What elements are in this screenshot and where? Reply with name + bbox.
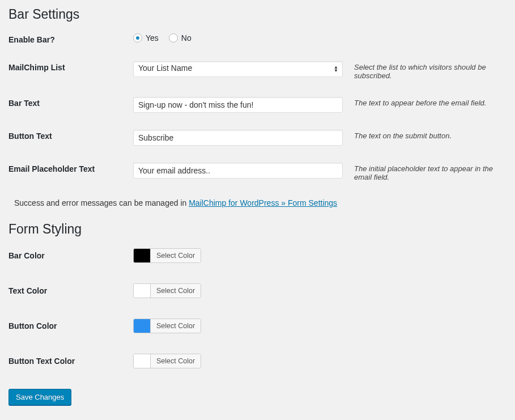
input-button-text[interactable] <box>133 130 343 146</box>
input-email-placeholder[interactable] <box>133 163 343 179</box>
help-bar-text: The text to appear before the email fiel… <box>354 97 486 107</box>
label-button-color: Button Color <box>8 321 133 330</box>
color-swatch <box>134 319 151 333</box>
save-button[interactable]: Save Changes <box>8 389 71 405</box>
label-button-text-color: Button Text Color <box>8 357 133 366</box>
input-bar-text[interactable] <box>133 97 343 113</box>
color-swatch <box>134 354 151 368</box>
select-color-button[interactable]: Select Color <box>151 354 201 368</box>
radio-icon <box>133 33 142 43</box>
select-color-button[interactable]: Select Color <box>151 284 201 298</box>
radio-label-no: No <box>181 33 191 43</box>
color-swatch <box>134 249 151 262</box>
label-enable-bar: Enable Bar? <box>8 33 133 44</box>
radio-enable-bar-yes[interactable]: Yes <box>133 33 159 43</box>
section-form-styling: Form Styling <box>8 222 507 237</box>
radio-icon <box>169 33 178 43</box>
select-color-button[interactable]: Select Color <box>151 319 201 333</box>
help-button-text: The text on the submit button. <box>354 130 452 140</box>
label-button-text: Button Text <box>8 130 133 141</box>
info-messages: Success and error messages can be manage… <box>14 198 507 207</box>
label-bar-color: Bar Color <box>8 251 133 260</box>
label-text-color: Text Color <box>8 286 133 295</box>
link-form-settings[interactable]: MailChimp for WordPress » Form Settings <box>189 198 337 207</box>
label-mailchimp-list: MailChimp List <box>8 61 133 72</box>
label-bar-text: Bar Text <box>8 97 133 108</box>
color-picker-bar[interactable]: Select Color <box>133 248 201 263</box>
help-email-placeholder: The initial placeholder text to appear i… <box>354 163 507 181</box>
color-picker-button-text[interactable]: Select Color <box>133 354 201 368</box>
color-picker-button[interactable]: Select Color <box>133 319 201 333</box>
info-prefix: Success and error messages can be manage… <box>14 198 189 207</box>
label-email-placeholder: Email Placeholder Text <box>8 163 133 173</box>
help-mailchimp-list: Select the list to which visitors should… <box>354 61 507 80</box>
select-mailchimp-list[interactable]: Your List Name <box>133 61 343 77</box>
radio-label-yes: Yes <box>146 33 159 43</box>
select-color-button[interactable]: Select Color <box>151 249 201 262</box>
color-swatch <box>134 284 151 298</box>
section-bar-settings: Bar Settings <box>8 7 507 22</box>
radio-enable-bar-no[interactable]: No <box>169 33 191 43</box>
color-picker-text[interactable]: Select Color <box>133 283 201 298</box>
